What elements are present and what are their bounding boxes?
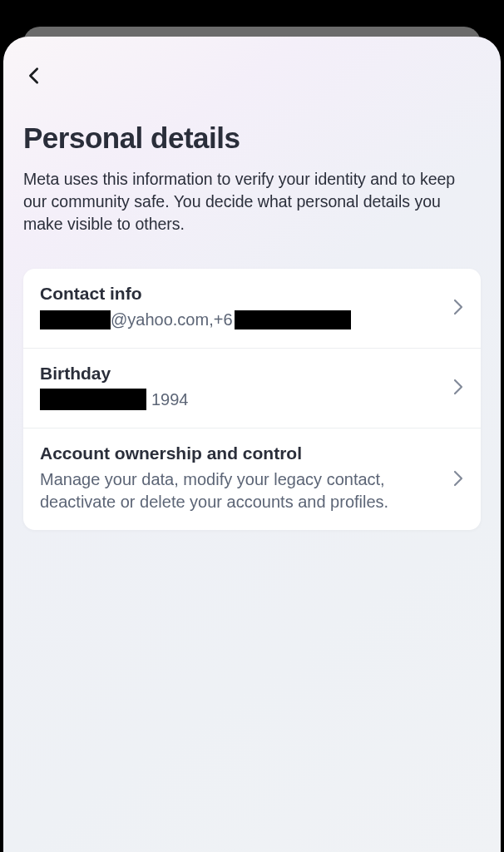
row-subtitle: Manage your data, modify your legacy con… — [40, 468, 442, 513]
settings-sheet: Personal details Meta uses this informat… — [3, 37, 501, 852]
row-title: Birthday — [40, 364, 442, 384]
chevron-right-icon — [452, 470, 464, 487]
row-contact-info[interactable]: Contact info @yahoo.com, +6 — [23, 269, 481, 349]
birthday-year: 1994 — [151, 389, 189, 411]
page-description: Meta uses this information to verify you… — [23, 168, 481, 235]
row-title: Account ownership and control — [40, 443, 442, 463]
back-button[interactable] — [23, 62, 45, 90]
chevron-left-icon — [25, 67, 43, 85]
row-birthday[interactable]: Birthday 1994 — [23, 349, 481, 428]
redacted-birthday — [40, 389, 146, 410]
row-subtitle: @yahoo.com, +6 — [40, 309, 442, 331]
row-subtitle: 1994 — [40, 389, 442, 411]
row-title: Contact info — [40, 284, 442, 304]
chevron-right-icon — [452, 299, 464, 315]
settings-card: Contact info @yahoo.com, +6 Birthday 199… — [23, 269, 481, 530]
row-content: Account ownership and control Manage you… — [40, 443, 442, 513]
page-title: Personal details — [23, 121, 481, 155]
redacted-phone — [235, 310, 351, 329]
row-account-ownership[interactable]: Account ownership and control Manage you… — [23, 428, 481, 530]
chevron-right-icon — [452, 379, 464, 395]
row-content: Birthday 1994 — [40, 364, 442, 411]
redacted-email-user — [40, 310, 111, 329]
phone-prefix: +6 — [214, 309, 233, 331]
row-content: Contact info @yahoo.com, +6 — [40, 284, 442, 331]
email-suffix: @yahoo.com, — [111, 309, 214, 331]
